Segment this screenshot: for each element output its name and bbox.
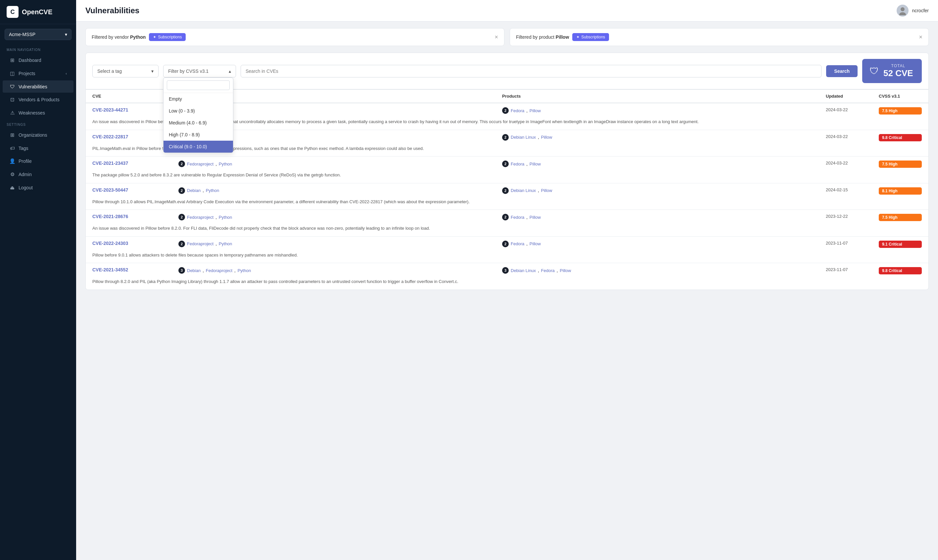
- search-input[interactable]: [246, 69, 817, 74]
- cve-link[interactable]: CVE-2023-50447: [92, 187, 178, 192]
- sidebar-item-label: Admin: [18, 172, 32, 177]
- product-count: 2: [502, 160, 509, 167]
- vendor-link[interactable]: Fedoraproject: [187, 241, 214, 246]
- product-link[interactable]: Pillow: [530, 162, 541, 166]
- sidebar-item-projects[interactable]: ◫ Projects ‹: [3, 67, 74, 80]
- product-count: 2: [502, 107, 509, 114]
- user-info: ncrocfer: [896, 5, 929, 17]
- product-count: 3: [502, 267, 509, 274]
- product-link[interactable]: Debian Linux: [511, 188, 536, 193]
- table-row: CVE-2021-28676 2 Fedoraproject, Python 2…: [86, 210, 929, 237]
- vendor-link[interactable]: Debian: [187, 268, 201, 273]
- cve-controls: Select a tag ▾ Filter by CVSS v3.1 ▴ Emp…: [85, 52, 929, 89]
- product-link[interactable]: Pillow: [541, 188, 552, 193]
- table-row: CVE-2021-34552 3 Debian, Fedoraproject, …: [86, 263, 929, 289]
- cvss-search-input[interactable]: [167, 80, 230, 90]
- sidebar-item-label: Vulnerabilities: [18, 84, 47, 89]
- vendor-list: 2 Debian, Python: [178, 187, 502, 194]
- sidebar-item-label: Organizations: [18, 132, 47, 138]
- cvss-filter[interactable]: Filter by CVSS v3.1 ▴: [163, 65, 236, 77]
- updated-date: 2024-03-22: [826, 160, 879, 166]
- product-link[interactable]: Fedora: [541, 268, 555, 273]
- product-link[interactable]: Debian Linux: [511, 135, 536, 140]
- cve-row-main: CVE-2023-50447 2 Debian, Python 2 Debian…: [86, 183, 929, 198]
- updated-date: 2024-03-22: [826, 107, 879, 112]
- topbar: Vulnerabilities ncrocfer: [76, 0, 938, 22]
- pin-icon: ✦: [153, 35, 156, 39]
- sidebar-item-vulnerabilities[interactable]: 🛡 Vulnerabilities: [3, 80, 74, 93]
- sidebar-item-weaknesses[interactable]: ⚠ Weaknesses: [3, 106, 74, 119]
- table-row: CVE-2022-24303 2 Fedoraproject, Python 2…: [86, 237, 929, 263]
- cvss-option-critical[interactable]: Critical (9.0 - 10.0): [163, 141, 233, 152]
- sidebar-item-profile[interactable]: 👤 Profile: [3, 155, 74, 168]
- sidebar-item-label: Vendors & Products: [18, 97, 60, 102]
- product-link[interactable]: Pillow: [560, 268, 571, 273]
- cvss-option-empty[interactable]: Empty: [163, 93, 233, 105]
- product-link[interactable]: Pillow: [530, 215, 541, 220]
- tag-select[interactable]: Select a tag ▾: [92, 65, 158, 77]
- vendor-link[interactable]: Python: [238, 268, 251, 273]
- vendor-list: 2 Fedoraproject, Python: [178, 241, 502, 247]
- vendor-link[interactable]: Python: [219, 162, 232, 166]
- vendor-list: 3 Debian, Fedoraproject, Python: [178, 267, 502, 274]
- vendor-link[interactable]: Python: [206, 188, 219, 193]
- weaknesses-icon: ⚠: [9, 110, 15, 116]
- product-link[interactable]: Pillow: [541, 135, 552, 140]
- vendor-filter-left: Filtered by vendor Python ✦ Subscription…: [92, 33, 186, 41]
- cvss-option-medium[interactable]: Medium (4.0 - 6.9): [163, 117, 233, 129]
- sidebar-item-tags[interactable]: 🏷 Tags: [3, 142, 74, 154]
- vendor-link[interactable]: Python: [219, 215, 232, 220]
- dashboard-icon: ⊞: [9, 57, 15, 63]
- product-filter-close-button[interactable]: ×: [919, 34, 923, 41]
- updated-date: 2023-11-07: [826, 241, 879, 246]
- sidebar-item-logout[interactable]: ⏏ Logout: [3, 182, 74, 194]
- admin-icon: ⚙: [9, 171, 15, 177]
- product-link[interactable]: Fedora: [511, 241, 524, 246]
- org-icon: ⊞: [9, 132, 15, 138]
- vendor-link[interactable]: Debian: [187, 188, 201, 193]
- chevron-down-icon: ▾: [151, 69, 154, 74]
- cve-link[interactable]: CVE-2021-28676: [92, 214, 178, 219]
- sidebar-item-dashboard[interactable]: ⊞ Dashboard: [3, 54, 74, 66]
- product-link[interactable]: Pillow: [530, 108, 541, 113]
- filter-banners: Filtered by vendor Python ✦ Subscription…: [85, 28, 929, 46]
- cve-link[interactable]: CVE-2021-23437: [92, 160, 178, 166]
- search-button[interactable]: Search: [826, 65, 858, 77]
- vendor-subscriptions-button[interactable]: ✦ Subscriptions: [149, 33, 186, 41]
- chevron-down-icon: ▾: [65, 32, 67, 37]
- sidebar-item-organizations[interactable]: ⊞ Organizations: [3, 129, 74, 142]
- vendor-count: 3: [178, 267, 185, 274]
- vendor-link[interactable]: Python: [219, 241, 232, 246]
- vendor-link[interactable]: Fedoraproject: [187, 162, 214, 166]
- updated-date: 2024-03-22: [826, 134, 879, 139]
- product-list: 2 Fedora, Pillow: [502, 160, 826, 167]
- cvss-dropdown-search: [163, 78, 233, 93]
- product-filter-left: Filtered by product Pillow ✦ Subscriptio…: [516, 33, 609, 41]
- product-link[interactable]: Fedora: [511, 215, 524, 220]
- app-name: OpenCVE: [22, 8, 52, 16]
- product-link[interactable]: Pillow: [530, 241, 541, 246]
- sidebar-item-admin[interactable]: ⚙ Admin: [3, 168, 74, 181]
- vendor-link[interactable]: Fedoraproject: [187, 215, 214, 220]
- product-link[interactable]: Fedora: [511, 108, 524, 113]
- cvss-option-high[interactable]: High (7.0 - 8.9): [163, 129, 233, 141]
- vendor-filter-text: Filtered by vendor Python: [92, 34, 146, 40]
- cvss-badge: 8.1 High: [879, 187, 922, 195]
- page-title: Vulnerabilities: [85, 6, 139, 15]
- vendor-count: 2: [178, 241, 185, 247]
- content-area: Filtered by vendor Python ✦ Subscription…: [76, 22, 938, 297]
- cve-link[interactable]: CVE-2022-24303: [92, 241, 178, 246]
- product-link[interactable]: Fedora: [511, 162, 524, 166]
- settings-nav-label: SETTINGS: [0, 120, 76, 128]
- product-link[interactable]: Debian Linux: [511, 268, 536, 273]
- username: ncrocfer: [912, 8, 929, 13]
- cvss-badge: 9.8 Critical: [879, 134, 922, 142]
- svg-point-0: [901, 7, 904, 11]
- cvss-option-low[interactable]: Low (0 - 3.9): [163, 105, 233, 117]
- sidebar-item-vendors-products[interactable]: ⊡ Vendors & Products: [3, 93, 74, 106]
- product-subscriptions-button[interactable]: ✦ Subscriptions: [572, 33, 609, 41]
- vendor-link[interactable]: Fedoraproject: [206, 268, 232, 273]
- org-selector[interactable]: Acme-MSSP ▾: [5, 29, 71, 40]
- vendor-filter-close-button[interactable]: ×: [495, 34, 498, 41]
- cve-link[interactable]: CVE-2021-34552: [92, 267, 178, 272]
